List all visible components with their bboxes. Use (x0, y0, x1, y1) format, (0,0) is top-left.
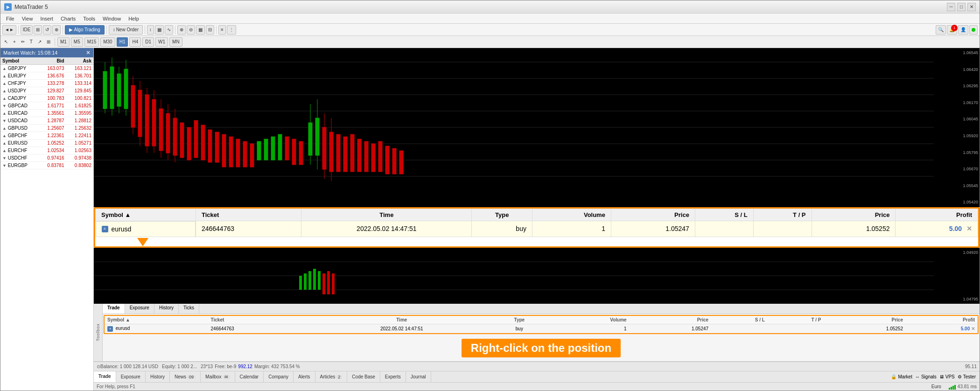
arrows-button[interactable]: ↕ (147, 25, 154, 35)
market-row[interactable]: ▼ GBPCAD1.617711.61825 (0, 102, 93, 110)
market-row[interactable]: ▼ USDCHF0.974160.97438 (0, 154, 93, 162)
btab-trade[interactable]: Trade (94, 371, 116, 382)
settings-button[interactable]: ≡ (218, 25, 226, 35)
refresh-button[interactable]: ↺ (43, 25, 51, 35)
market-row[interactable]: ▲ EURCHF1.025341.02563 (0, 147, 93, 154)
menu-help[interactable]: Help (125, 15, 143, 22)
timeframe-m1[interactable]: M1 (57, 37, 70, 47)
mini-col-volume: Volume (549, 316, 630, 324)
status-balance-text: Balance: 1 000 128.14 USD (100, 364, 158, 369)
market-row[interactable]: ▲ GBPJPY163.073163.121 (0, 65, 93, 72)
market-watch-close[interactable]: ✕ (86, 49, 91, 56)
cursor-tool[interactable]: ↖ (2, 37, 10, 47)
col-header-ticket: Ticket (196, 209, 301, 221)
menu-charts[interactable]: Charts (57, 15, 79, 22)
position-row-1[interactable]: ≡ eurusd 246644763 2022.05.02 14:47:51 b… (96, 221, 978, 237)
menu-insert[interactable]: Insert (36, 15, 57, 22)
search-button[interactable]: 🔍 (936, 25, 946, 35)
tab-ticks[interactable]: Ticks (179, 304, 199, 314)
minimize-button[interactable]: ─ (947, 3, 955, 11)
market-row[interactable]: ▼ EURGBP0.837810.83802 (0, 162, 93, 169)
timeframe-h1[interactable]: H1 (117, 37, 128, 47)
btab-history[interactable]: History (146, 371, 170, 382)
svg-rect-66 (399, 151, 403, 174)
maximize-button[interactable]: □ (957, 3, 966, 11)
market-row[interactable]: ▼ USDCAD1.287871.28812 (0, 117, 93, 125)
market-ask: 1.28812 (66, 117, 94, 125)
timeframe-m30[interactable]: M30 (100, 37, 115, 47)
market-bid: 163.073 (39, 65, 66, 72)
market-row[interactable]: ▲ EURCAD1.355611.35595 (0, 110, 93, 117)
btab-exposure[interactable]: Exposure (116, 371, 146, 382)
fib-tool[interactable]: ↗ (36, 37, 43, 47)
timeframe-w1[interactable]: W1 (155, 37, 168, 47)
btab-experts[interactable]: Experts (380, 371, 406, 382)
market-row[interactable]: ▲ CADJPY100.783100.821 (0, 95, 93, 102)
market-row[interactable]: ▲ EURUSD1.052521.05271 (0, 140, 93, 147)
nav-back-forward[interactable]: ◄► (2, 25, 16, 35)
menu-view[interactable]: View (18, 15, 37, 22)
signals-label: Signals (921, 374, 937, 379)
zoom-in-button[interactable]: ⊕ (177, 25, 186, 35)
svg-rect-71 (299, 276, 302, 290)
grid-button[interactable]: ⊞ (34, 25, 42, 35)
new-order-button[interactable]: ↕ New Order (109, 25, 143, 35)
market-row[interactable]: ▲ GBPUSD1.256071.25632 (0, 125, 93, 132)
zoom-out-button[interactable]: ⊖ (187, 25, 195, 35)
svg-rect-44 (271, 137, 275, 160)
close-position-btn[interactable]: ✕ (966, 225, 972, 232)
scroll-icon: ⊟ (208, 27, 212, 32)
btab-alerts[interactable]: Alerts (294, 371, 315, 382)
menu-window[interactable]: Window (99, 15, 125, 22)
menu-file[interactable]: File (2, 15, 18, 22)
toolbar-main: ◄► IDE ⊞ ↺ ⊕ ▶ Algo Trading ↕ New Order … (0, 24, 980, 36)
sig-bar-2 (951, 387, 952, 390)
timeframe-h4[interactable]: H4 (129, 37, 141, 47)
btab-articles[interactable]: Articles 2 (315, 371, 348, 382)
notification-button[interactable]: 🔔 1 (947, 25, 957, 35)
shapes-tool[interactable]: ⊞ (45, 37, 52, 47)
close-button[interactable]: ✕ (967, 3, 976, 11)
text-tool[interactable]: T (28, 37, 35, 47)
account-button[interactable]: 👤 (958, 25, 968, 35)
mini-close-btn[interactable]: ✕ (971, 326, 975, 331)
timeframe-mn[interactable]: MN (169, 37, 182, 47)
btab-news[interactable]: News 09 (170, 371, 201, 382)
refresh-icon: ↺ (45, 27, 49, 32)
candles-button[interactable]: ▦ (155, 25, 164, 35)
market-bid: 133.278 (39, 80, 66, 87)
ide-button[interactable]: IDE (21, 25, 33, 35)
market-row[interactable]: ▲ CHFJPY133.278133.314 (0, 80, 93, 87)
tab-history[interactable]: History (154, 304, 179, 314)
fit-button[interactable]: ▦ (196, 25, 205, 35)
line-draw-tool[interactable]: ✏ (19, 37, 27, 47)
line-button[interactable]: ∿ (165, 25, 173, 35)
market-row[interactable]: ▲ USDJPY129.827129.845 (0, 87, 93, 95)
window-controls: ─ □ ✕ (947, 3, 976, 11)
tab-trade[interactable]: Trade (103, 304, 125, 314)
crosshair-tool[interactable]: + (11, 37, 18, 47)
scroll-button[interactable]: ⊟ (206, 25, 214, 35)
timeframe-m15[interactable]: M15 (84, 37, 99, 47)
btab-mailbox[interactable]: Mailbox ✉ (201, 371, 235, 382)
btab-company[interactable]: Company (264, 371, 294, 382)
tab-exposure[interactable]: Exposure (125, 304, 154, 314)
market-row[interactable]: ▲ EURJPY136.676136.701 (0, 72, 93, 80)
mini-symbol-icon: ≡ (107, 326, 113, 332)
timeframe-m5[interactable]: M5 (71, 37, 83, 47)
status-right-val: 95.11 (965, 364, 977, 369)
market-row[interactable]: ▲ GBPCHF1.223611.22411 (0, 132, 93, 140)
algo-trading-button[interactable]: ▶ Algo Trading (65, 25, 104, 35)
notification-count: 1 (951, 25, 958, 31)
arrows-icon: ↕ (149, 27, 152, 32)
market-status: 🔒 Market (891, 374, 912, 379)
plus-button[interactable]: ⊕ (52, 25, 61, 35)
menu-more-button[interactable]: ⋮ (227, 25, 236, 35)
mini-position-row[interactable]: ≡ eurusd 246644763 2022.05.02 14:47:51 b… (105, 324, 978, 334)
btab-codebase[interactable]: Code Base (347, 371, 380, 382)
menu-tools[interactable]: Tools (79, 15, 99, 22)
positions-header-row: Symbol ▲ Ticket Time Type Volume Price S… (96, 209, 978, 221)
btab-journal[interactable]: Journal (406, 371, 431, 382)
btab-calendar[interactable]: Calendar (235, 371, 264, 382)
timeframe-d1[interactable]: D1 (142, 37, 154, 47)
